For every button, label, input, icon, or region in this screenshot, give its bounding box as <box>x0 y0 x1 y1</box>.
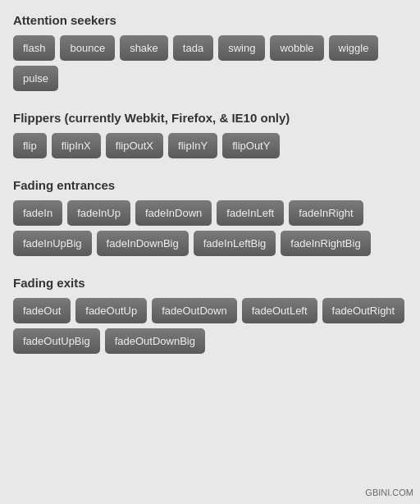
btn-fadeoutdown[interactable]: fadeOutDown <box>152 298 237 323</box>
btn-flipoutx[interactable]: flipOutX <box>106 133 163 158</box>
section-fading-exits: Fading exitsfadeOutfadeOutUpfadeOutDownf… <box>13 276 407 354</box>
btn-fadeinupbig[interactable]: fadeInUpBig <box>13 231 92 256</box>
button-group-fading-exits: fadeOutfadeOutUpfadeOutDownfadeOutLeftfa… <box>13 298 407 354</box>
btn-flash[interactable]: flash <box>13 35 55 61</box>
btn-fadeinright[interactable]: fadeInRight <box>289 200 363 226</box>
btn-flipouty[interactable]: flipOutY <box>222 133 280 158</box>
button-group-fading-entrances: fadeInfadeInUpfadeInDownfadeInLeftfadeIn… <box>13 200 407 256</box>
btn-fadeoutleft[interactable]: fadeOutLeft <box>242 298 317 323</box>
btn-flip[interactable]: flip <box>13 133 47 158</box>
btn-flipinx[interactable]: flipInX <box>52 133 101 158</box>
watermark: GBINI.COM <box>365 488 413 497</box>
btn-fadeinup[interactable]: fadeInUp <box>67 200 130 226</box>
section-title-flippers: Flippers (currently Webkit, Firefox, & I… <box>13 111 407 125</box>
btn-shake[interactable]: shake <box>120 35 168 61</box>
section-title-fading-exits: Fading exits <box>13 276 407 290</box>
section-attention-seekers: Attention seekersflashbounceshaketadaswi… <box>13 13 407 91</box>
section-fading-entrances: Fading entrancesfadeInfadeInUpfadeInDown… <box>13 178 407 256</box>
btn-swing[interactable]: swing <box>218 35 265 61</box>
btn-fadeindownbig[interactable]: fadeInDownBig <box>97 231 189 256</box>
section-flippers: Flippers (currently Webkit, Firefox, & I… <box>13 111 407 158</box>
button-group-attention-seekers: flashbounceshaketadaswingwobblewigglepul… <box>13 35 407 91</box>
btn-fadeinleftbig[interactable]: fadeInLeftBig <box>194 231 276 256</box>
section-title-fading-entrances: Fading entrances <box>13 178 407 192</box>
btn-fadeout[interactable]: fadeOut <box>13 298 71 323</box>
btn-fadeindown[interactable]: fadeInDown <box>135 200 212 226</box>
btn-fadeoutright[interactable]: fadeOutRight <box>322 298 405 323</box>
btn-wiggle[interactable]: wiggle <box>329 35 379 61</box>
btn-tada[interactable]: tada <box>173 35 213 61</box>
btn-fadeoutdownbig[interactable]: fadeOutDownBig <box>105 328 205 354</box>
btn-fadeoutup[interactable]: fadeOutUp <box>75 298 147 323</box>
btn-fadeoutupbig[interactable]: fadeOutUpBig <box>13 328 100 354</box>
btn-fadeinleft[interactable]: fadeInLeft <box>217 200 284 226</box>
btn-pulse[interactable]: pulse <box>13 66 58 91</box>
btn-fadeinrightbig[interactable]: fadeInRightBig <box>281 231 370 256</box>
section-title-attention-seekers: Attention seekers <box>13 13 407 27</box>
button-group-flippers: flipflipInXflipOutXflipInYflipOutY <box>13 133 407 158</box>
btn-fadein[interactable]: fadeIn <box>13 200 62 226</box>
btn-flipiny[interactable]: flipInY <box>168 133 217 158</box>
btn-bounce[interactable]: bounce <box>60 35 115 61</box>
btn-wobble[interactable]: wobble <box>270 35 323 61</box>
